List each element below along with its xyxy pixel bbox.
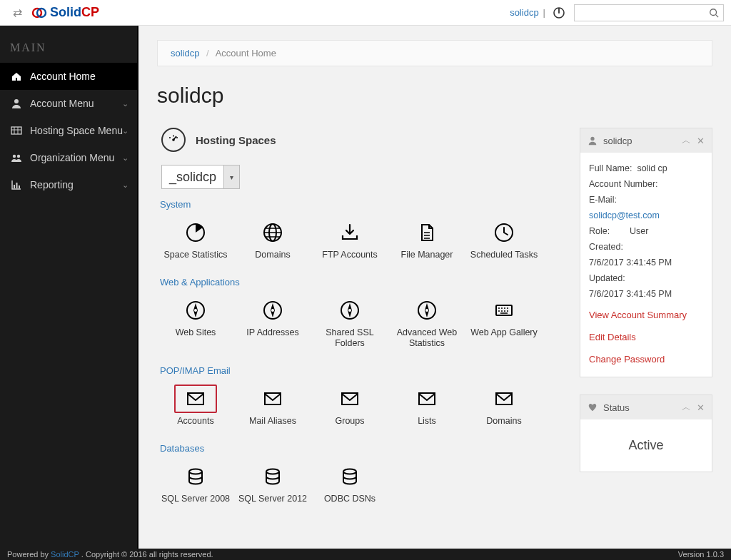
user-icon bbox=[588, 136, 598, 146]
heart-icon bbox=[588, 402, 598, 412]
db-icon bbox=[186, 467, 206, 487]
sidebar: MAIN Account HomeAccount Menu⌄Hosting Sp… bbox=[0, 26, 138, 549]
sidebar-item-hosting-space-menu[interactable]: Hosting Space Menu⌄ bbox=[0, 117, 137, 144]
file-icon bbox=[417, 223, 437, 243]
gauge-icon bbox=[161, 128, 186, 152]
account-action-edit-details[interactable]: Edit Details bbox=[589, 330, 703, 345]
tile-groups[interactable]: Groups bbox=[311, 380, 388, 433]
category-link[interactable]: Web & Applications bbox=[160, 277, 564, 287]
email-link[interactable]: solidcp@test.com bbox=[589, 210, 660, 220]
sidebar-item-organization-menu[interactable]: Organization Menu⌄ bbox=[0, 144, 137, 171]
logo[interactable]: SolidCP bbox=[31, 5, 99, 21]
tile-label: IP Addresses bbox=[236, 327, 310, 339]
account-number-label: Account Number: bbox=[589, 179, 658, 189]
tile-label: Advanced Web Statistics bbox=[390, 327, 464, 350]
tile-domains[interactable]: Domains bbox=[465, 380, 543, 433]
tile-label: ODBC DSNs bbox=[313, 494, 387, 505]
tile-scheduled-tasks[interactable]: Scheduled Tasks bbox=[465, 214, 543, 267]
clock-icon bbox=[494, 223, 514, 243]
account-action-view-account-summary[interactable]: View Account Summary bbox=[589, 308, 703, 323]
mail-icon bbox=[417, 389, 437, 409]
tile-advanced-web-statistics[interactable]: Advanced Web Statistics bbox=[388, 292, 465, 355]
chevron-down-icon[interactable]: ▾ bbox=[223, 166, 239, 188]
tile-space-statistics[interactable]: Space Statistics bbox=[157, 214, 234, 267]
full-name-value: solid cp bbox=[637, 163, 667, 173]
category-link[interactable]: Databases bbox=[160, 443, 564, 454]
top-user-link[interactable]: solidcp bbox=[510, 7, 538, 18]
page-title: solidcp bbox=[157, 83, 712, 108]
tile-domains[interactable]: Domains bbox=[234, 214, 311, 267]
sidebar-item-account-menu[interactable]: Account Menu⌄ bbox=[0, 90, 137, 117]
collapse-icon[interactable]: ︿ bbox=[682, 401, 691, 414]
search-input[interactable] bbox=[579, 8, 709, 18]
tile-file-manager[interactable]: File Manager bbox=[388, 214, 465, 267]
chevron-down-icon: ⌄ bbox=[122, 180, 128, 190]
close-icon[interactable]: ✕ bbox=[697, 136, 705, 146]
tile-sql-server-2008[interactable]: SQL Server 2008 bbox=[157, 458, 234, 511]
power-button[interactable] bbox=[551, 5, 567, 21]
category-link[interactable]: POP/IMAP Email bbox=[160, 365, 564, 376]
compass-icon bbox=[263, 300, 283, 320]
top-bar: ⇄ SolidCP solidcp | bbox=[0, 0, 731, 26]
search-box[interactable] bbox=[574, 4, 724, 21]
role-value: User bbox=[630, 226, 648, 236]
compass-icon bbox=[340, 300, 360, 320]
tile-label: Domains bbox=[236, 250, 310, 261]
svg-point-22 bbox=[173, 136, 174, 137]
tile-ip-addresses[interactable]: IP Addresses bbox=[234, 292, 311, 355]
compass-icon bbox=[186, 300, 206, 320]
tile-label: Groups bbox=[313, 416, 387, 427]
sidebar-item-account-home[interactable]: Account Home bbox=[0, 63, 137, 90]
tile-lists[interactable]: Lists bbox=[388, 380, 465, 433]
sidebar-item-reporting[interactable]: Reporting⌄ bbox=[0, 171, 137, 198]
svg-point-23 bbox=[176, 137, 178, 138]
footer-link[interactable]: SolidCP bbox=[51, 550, 79, 559]
org-icon bbox=[10, 152, 23, 163]
tile-label: Mail Aliases bbox=[236, 416, 310, 427]
tile-label: SQL Server 2008 bbox=[158, 494, 233, 505]
sidebar-item-label: Hosting Space Menu bbox=[30, 125, 123, 136]
role-label: Role: bbox=[589, 226, 610, 236]
breadcrumb: solidcp / Account Home bbox=[157, 40, 712, 66]
footer-version: Version 1.0.3 bbox=[678, 550, 724, 559]
account-action-change-password[interactable]: Change Password bbox=[589, 352, 703, 367]
tile-label: File Manager bbox=[390, 250, 464, 261]
status-panel-title: Status bbox=[603, 402, 630, 413]
tile-odbc-dsns[interactable]: ODBC DSNs bbox=[311, 458, 388, 511]
sidebar-section-title: MAIN bbox=[0, 26, 137, 63]
created-label: Created: bbox=[589, 242, 623, 252]
tile-accounts[interactable]: Accounts bbox=[157, 380, 234, 433]
logo-icon bbox=[31, 5, 47, 21]
tile-web-sites[interactable]: Web Sites bbox=[157, 292, 234, 355]
tile-mail-aliases[interactable]: Mail Aliases bbox=[234, 380, 311, 433]
swap-icon[interactable]: ⇄ bbox=[7, 6, 27, 19]
space-select[interactable]: _solidcp ▾ bbox=[161, 165, 240, 189]
close-icon[interactable]: ✕ bbox=[697, 402, 705, 413]
sidebar-item-label: Account Home bbox=[30, 71, 96, 82]
category-link[interactable]: System bbox=[160, 199, 564, 210]
collapse-icon[interactable]: ︿ bbox=[682, 134, 691, 147]
tile-label: Scheduled Tasks bbox=[467, 250, 541, 261]
chevron-down-icon: ⌄ bbox=[122, 99, 128, 108]
tile-web-app-gallery[interactable]: Web App Gallery bbox=[465, 292, 543, 355]
tile-label: Web Sites bbox=[158, 327, 233, 339]
search-icon[interactable] bbox=[709, 8, 719, 18]
tile-ftp-accounts[interactable]: FTP Accounts bbox=[311, 214, 388, 267]
mail-icon bbox=[494, 389, 514, 409]
breadcrumb-current: Account Home bbox=[216, 48, 276, 58]
chart-icon bbox=[10, 179, 23, 190]
footer-prefix: Powered by bbox=[7, 550, 49, 559]
db-icon bbox=[263, 467, 283, 487]
tile-label: FTP Accounts bbox=[313, 250, 387, 261]
breadcrumb-root[interactable]: solidcp bbox=[171, 48, 199, 58]
hosting-spaces-heading: Hosting Spaces bbox=[196, 134, 276, 146]
logo-text-1: Solid bbox=[50, 5, 81, 20]
globe-icon bbox=[263, 223, 283, 243]
hosting-spaces-column: Hosting Spaces _solidcp ▾ SystemSpace St… bbox=[157, 128, 564, 510]
chevron-down-icon: ⌄ bbox=[122, 153, 128, 163]
footer: Powered by SolidCP . Copyright © 2016 al… bbox=[0, 549, 731, 560]
keyboard-icon bbox=[494, 300, 514, 320]
download-icon bbox=[340, 223, 360, 243]
tile-sql-server-2012[interactable]: SQL Server 2012 bbox=[234, 458, 311, 511]
tile-shared-ssl-folders[interactable]: Shared SSL Folders bbox=[311, 292, 388, 355]
